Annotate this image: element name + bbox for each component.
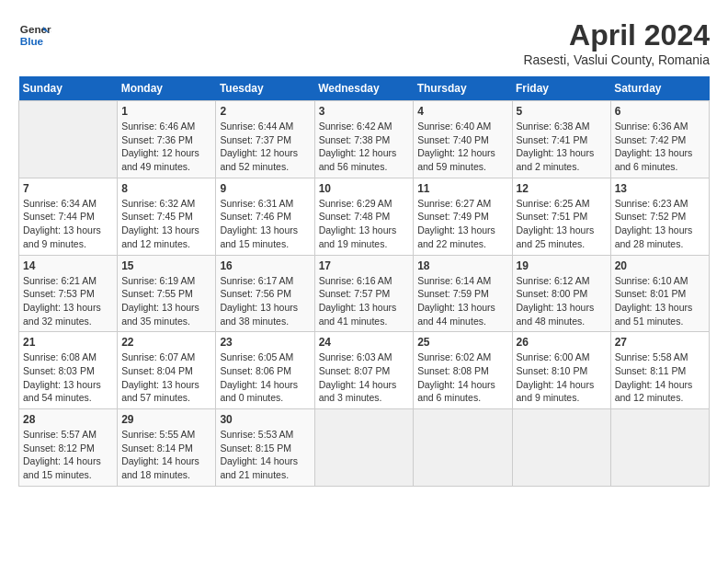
day-number: 25: [417, 336, 507, 349]
calendar-cell: 26Sunrise: 6:00 AM Sunset: 8:10 PM Dayli…: [512, 332, 610, 409]
calendar-cell: 6Sunrise: 6:36 AM Sunset: 7:42 PM Daylig…: [610, 101, 709, 178]
day-info: Sunrise: 6:14 AM Sunset: 7:59 PM Dayligh…: [417, 274, 507, 328]
day-number: 8: [121, 182, 211, 195]
day-number: 30: [220, 413, 310, 426]
calendar-cell: 15Sunrise: 6:19 AM Sunset: 7:55 PM Dayli…: [118, 255, 216, 332]
calendar-cell: 7Sunrise: 6:34 AM Sunset: 7:44 PM Daylig…: [19, 178, 118, 255]
calendar-cell: 10Sunrise: 6:29 AM Sunset: 7:48 PM Dayli…: [314, 178, 414, 255]
calendar-cell: 19Sunrise: 6:12 AM Sunset: 8:00 PM Dayli…: [512, 255, 610, 332]
day-info: Sunrise: 6:16 AM Sunset: 7:57 PM Dayligh…: [319, 274, 410, 328]
day-number: 11: [417, 182, 507, 195]
header-day-saturday: Saturday: [610, 76, 709, 101]
calendar-cell: 21Sunrise: 6:08 AM Sunset: 8:03 PM Dayli…: [19, 332, 118, 409]
calendar-cell: 1Sunrise: 6:46 AM Sunset: 7:36 PM Daylig…: [118, 101, 216, 178]
logo-icon: General Blue: [18, 18, 51, 52]
day-number: 15: [121, 259, 211, 272]
day-info: Sunrise: 6:03 AM Sunset: 8:07 PM Dayligh…: [319, 350, 410, 405]
day-info: Sunrise: 6:08 AM Sunset: 8:03 PM Dayligh…: [23, 350, 113, 405]
day-info: Sunrise: 6:42 AM Sunset: 7:38 PM Dayligh…: [319, 120, 410, 174]
calendar-cell: [314, 409, 414, 487]
day-number: 20: [615, 259, 705, 272]
week-row-5: 28Sunrise: 5:57 AM Sunset: 8:12 PM Dayli…: [19, 409, 710, 487]
calendar-cell: 23Sunrise: 6:05 AM Sunset: 8:06 PM Dayli…: [216, 332, 314, 409]
header-day-monday: Monday: [118, 76, 216, 101]
day-number: 2: [220, 105, 310, 118]
header-day-thursday: Thursday: [414, 76, 512, 101]
day-number: 3: [319, 105, 410, 118]
day-number: 23: [220, 336, 310, 349]
day-info: Sunrise: 6:25 AM Sunset: 7:51 PM Dayligh…: [517, 197, 607, 251]
calendar-cell: 18Sunrise: 6:14 AM Sunset: 7:59 PM Dayli…: [414, 255, 512, 332]
calendar-cell: 24Sunrise: 6:03 AM Sunset: 8:07 PM Dayli…: [314, 332, 414, 409]
day-info: Sunrise: 6:07 AM Sunset: 8:04 PM Dayligh…: [121, 350, 211, 405]
calendar-cell: 28Sunrise: 5:57 AM Sunset: 8:12 PM Dayli…: [19, 409, 118, 487]
calendar-cell: 5Sunrise: 6:38 AM Sunset: 7:41 PM Daylig…: [512, 101, 610, 178]
day-number: 7: [23, 182, 113, 195]
day-info: Sunrise: 6:12 AM Sunset: 8:00 PM Dayligh…: [517, 274, 607, 328]
day-number: 21: [23, 336, 113, 349]
day-info: Sunrise: 6:36 AM Sunset: 7:42 PM Dayligh…: [615, 120, 705, 174]
day-number: 28: [23, 413, 113, 426]
page-header: General Blue April 2024 Rasesti, Vaslui …: [18, 18, 710, 67]
day-number: 29: [121, 413, 211, 426]
calendar-cell: 13Sunrise: 6:23 AM Sunset: 7:52 PM Dayli…: [610, 178, 709, 255]
day-info: Sunrise: 6:38 AM Sunset: 7:41 PM Dayligh…: [517, 120, 607, 174]
day-number: 14: [23, 259, 113, 272]
day-number: 6: [615, 105, 705, 118]
subtitle: Rasesti, Vaslui County, Romania: [523, 52, 710, 67]
day-info: Sunrise: 6:27 AM Sunset: 7:49 PM Dayligh…: [417, 197, 507, 251]
day-number: 19: [517, 259, 607, 272]
week-row-3: 14Sunrise: 6:21 AM Sunset: 7:53 PM Dayli…: [19, 255, 710, 332]
day-number: 4: [417, 105, 507, 118]
calendar-cell: 8Sunrise: 6:32 AM Sunset: 7:45 PM Daylig…: [118, 178, 216, 255]
calendar-cell: 22Sunrise: 6:07 AM Sunset: 8:04 PM Dayli…: [118, 332, 216, 409]
header-day-sunday: Sunday: [19, 76, 118, 101]
header-day-friday: Friday: [512, 76, 610, 101]
day-info: Sunrise: 5:58 AM Sunset: 8:11 PM Dayligh…: [615, 350, 705, 405]
calendar-cell: 4Sunrise: 6:40 AM Sunset: 7:40 PM Daylig…: [414, 101, 512, 178]
calendar-cell: 11Sunrise: 6:27 AM Sunset: 7:49 PM Dayli…: [414, 178, 512, 255]
calendar-cell: 3Sunrise: 6:42 AM Sunset: 7:38 PM Daylig…: [314, 101, 414, 178]
day-info: Sunrise: 6:21 AM Sunset: 7:53 PM Dayligh…: [23, 274, 113, 328]
day-number: 24: [319, 336, 410, 349]
day-info: Sunrise: 6:02 AM Sunset: 8:08 PM Dayligh…: [417, 350, 507, 405]
week-row-4: 21Sunrise: 6:08 AM Sunset: 8:03 PM Dayli…: [19, 332, 710, 409]
day-info: Sunrise: 6:05 AM Sunset: 8:06 PM Dayligh…: [220, 350, 310, 405]
header-row: SundayMondayTuesdayWednesdayThursdayFrid…: [19, 76, 710, 101]
title-area: April 2024 Rasesti, Vaslui County, Roman…: [523, 18, 710, 67]
svg-text:Blue: Blue: [20, 35, 44, 47]
calendar-cell: 27Sunrise: 5:58 AM Sunset: 8:11 PM Dayli…: [610, 332, 709, 409]
day-info: Sunrise: 6:31 AM Sunset: 7:46 PM Dayligh…: [220, 197, 310, 251]
day-info: Sunrise: 6:23 AM Sunset: 7:52 PM Dayligh…: [615, 197, 705, 251]
calendar-cell: [512, 409, 610, 487]
day-info: Sunrise: 6:32 AM Sunset: 7:45 PM Dayligh…: [121, 197, 211, 251]
calendar-cell: 17Sunrise: 6:16 AM Sunset: 7:57 PM Dayli…: [314, 255, 414, 332]
calendar-cell: [414, 409, 512, 487]
day-number: 12: [517, 182, 607, 195]
calendar-cell: 12Sunrise: 6:25 AM Sunset: 7:51 PM Dayli…: [512, 178, 610, 255]
day-info: Sunrise: 6:40 AM Sunset: 7:40 PM Dayligh…: [417, 120, 507, 174]
svg-text:General: General: [20, 23, 51, 35]
week-row-2: 7Sunrise: 6:34 AM Sunset: 7:44 PM Daylig…: [19, 178, 710, 255]
day-info: Sunrise: 5:57 AM Sunset: 8:12 PM Dayligh…: [23, 428, 113, 482]
calendar-cell: 2Sunrise: 6:44 AM Sunset: 7:37 PM Daylig…: [216, 101, 314, 178]
day-info: Sunrise: 6:29 AM Sunset: 7:48 PM Dayligh…: [319, 197, 410, 251]
day-info: Sunrise: 6:44 AM Sunset: 7:37 PM Dayligh…: [220, 120, 310, 174]
calendar-cell: 25Sunrise: 6:02 AM Sunset: 8:08 PM Dayli…: [414, 332, 512, 409]
calendar-cell: [19, 101, 118, 178]
day-number: 5: [517, 105, 607, 118]
day-number: 1: [121, 105, 211, 118]
day-info: Sunrise: 5:53 AM Sunset: 8:15 PM Dayligh…: [220, 428, 310, 482]
calendar-cell: 9Sunrise: 6:31 AM Sunset: 7:46 PM Daylig…: [216, 178, 314, 255]
calendar-cell: [610, 409, 709, 487]
week-row-1: 1Sunrise: 6:46 AM Sunset: 7:36 PM Daylig…: [19, 101, 710, 178]
day-number: 26: [517, 336, 607, 349]
header-day-wednesday: Wednesday: [314, 76, 414, 101]
day-info: Sunrise: 6:10 AM Sunset: 8:01 PM Dayligh…: [615, 274, 705, 328]
day-info: Sunrise: 5:55 AM Sunset: 8:14 PM Dayligh…: [121, 428, 211, 482]
logo: General Blue: [18, 18, 51, 52]
day-info: Sunrise: 6:17 AM Sunset: 7:56 PM Dayligh…: [220, 274, 310, 328]
day-number: 27: [615, 336, 705, 349]
calendar-cell: 16Sunrise: 6:17 AM Sunset: 7:56 PM Dayli…: [216, 255, 314, 332]
day-number: 18: [417, 259, 507, 272]
